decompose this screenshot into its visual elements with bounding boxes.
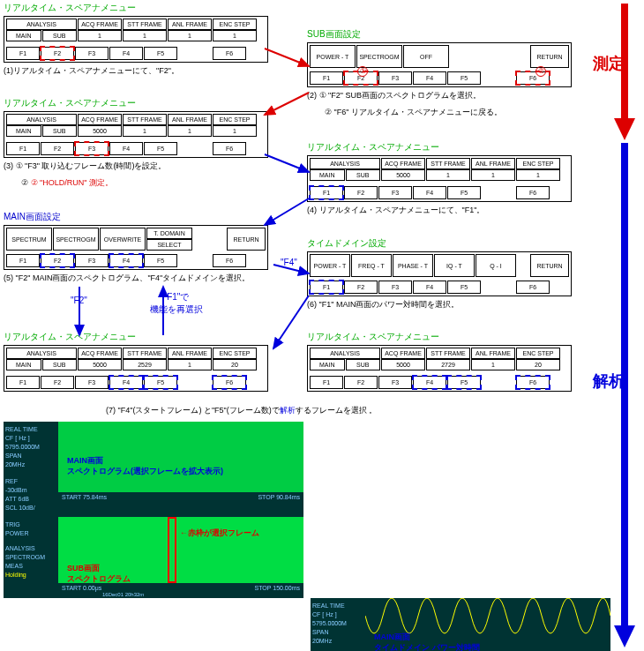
svg-line-2 (265, 154, 309, 172)
svg-line-0 (265, 49, 309, 66)
ss-left-side: REAL TIMECF [ Hz ]5795.0000MSPAN 20MHz R… (4, 422, 58, 598)
svg-line-5 (273, 296, 309, 348)
label-sokutei: 測定 (593, 53, 625, 74)
ann-main2: スペクトログラム(選択フレームを拡大表示) (67, 466, 223, 477)
screenshot-left: REAL TIMECF [ Hz ]5795.0000MSPAN 20MHz R… (4, 422, 303, 598)
ss-left-mid: START 75.84ms STOP 90.84ms (58, 492, 303, 517)
label-kaiseki: 解析 (593, 370, 625, 392)
ann-sub2: スペクトログラム (67, 573, 131, 585)
screenshot-right: REAL TIMECF [ Hz ]5795.0000MSPAN 20MHz R… (311, 598, 610, 651)
flow-arrows (0, 0, 618, 423)
ss-right-side: REAL TIMECF [ Hz ]5795.0000MSPAN 20MHz R… (311, 598, 365, 651)
svg-line-1 (265, 93, 309, 115)
svg-line-4 (273, 265, 309, 273)
ann-r-main2: タイムドメイン パワー対時間 (374, 642, 480, 651)
side-arrows (589, 4, 642, 647)
svg-line-3 (265, 198, 309, 225)
ann-frame-l: ←赤枠が選択フレーム (180, 528, 259, 539)
